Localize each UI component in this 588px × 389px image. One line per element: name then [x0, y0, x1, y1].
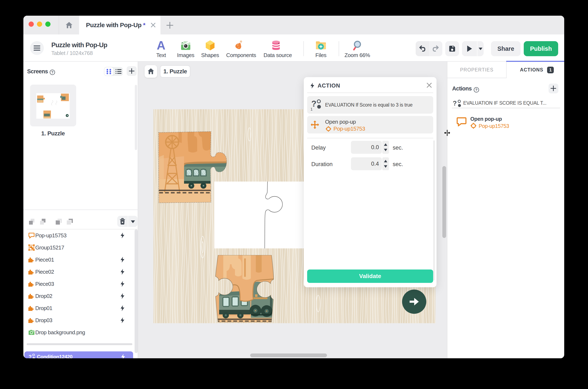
svg-text:?: ?	[28, 354, 32, 358]
svg-text:?: ?	[453, 100, 457, 107]
svg-text:?: ?	[311, 99, 316, 108]
svg-text:?: ?	[475, 88, 477, 92]
svg-text:?: ?	[51, 70, 54, 74]
svg-text:1: 1	[310, 107, 312, 111]
svg-text:A: A	[157, 40, 166, 51]
